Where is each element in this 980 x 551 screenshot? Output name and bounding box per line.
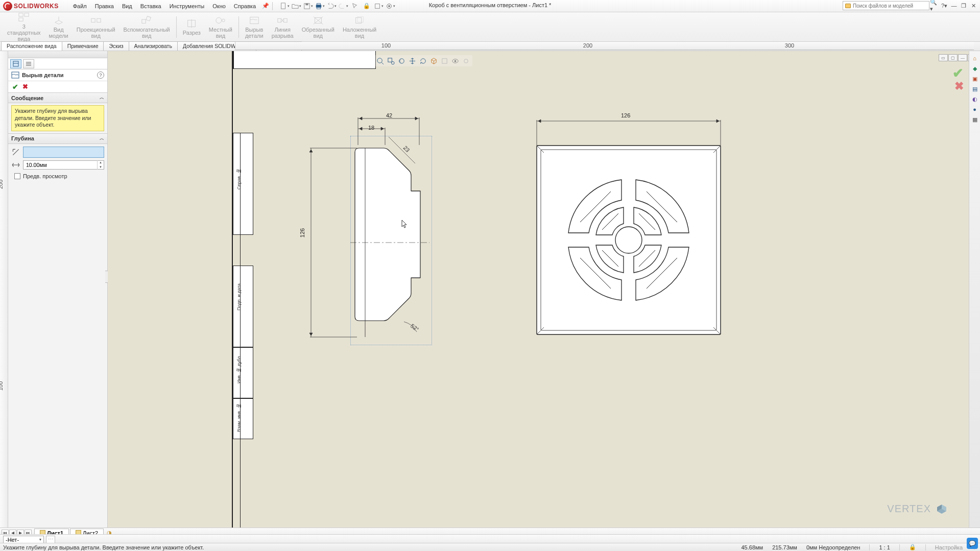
menu-view[interactable]: Вид	[118, 2, 136, 11]
tp-explorer-icon[interactable]: ▤	[971, 85, 979, 93]
rib-auxiliary[interactable]: Вспомогательныйвид	[121, 14, 173, 40]
confirm-cancel[interactable]: ✖	[954, 80, 964, 93]
front-view	[527, 110, 731, 345]
svg-rect-26	[13, 61, 18, 66]
undo-button[interactable]	[326, 1, 337, 11]
section-view-icon[interactable]	[439, 56, 449, 65]
quick-access-toolbar: 🔒	[279, 1, 396, 11]
tab-sketch[interactable]: Эскиз	[103, 41, 129, 51]
zoom-area-icon[interactable]	[386, 56, 396, 65]
preview-label: Предв. просмотр	[23, 173, 67, 179]
dim-126: 126	[621, 112, 630, 118]
search-input[interactable]	[853, 3, 927, 9]
side-view: 52° 23	[302, 107, 435, 352]
tp-home-icon[interactable]: ⌂	[971, 54, 979, 62]
ruler-horizontal[interactable]: 100 200 300	[235, 42, 974, 50]
tab-viewlayout[interactable]: Расположение вида	[1, 41, 62, 51]
gv-min[interactable]: ▭	[939, 54, 948, 61]
search-box[interactable]	[843, 1, 929, 10]
status-state: Недоопределен	[819, 544, 860, 550]
tab-evaluate[interactable]: Анализировать	[129, 41, 178, 51]
panel-grip[interactable]	[8, 51, 107, 58]
separator	[272, 2, 273, 10]
svg-point-39	[454, 60, 456, 62]
configmgr-tab[interactable]	[23, 59, 34, 68]
rib-projected[interactable]: Проекционныйвид	[74, 14, 118, 40]
close-button[interactable]: ✕	[969, 2, 978, 10]
cancel-button[interactable]: ✖	[22, 83, 28, 91]
spin-down[interactable]: ▼	[98, 165, 104, 170]
display-style-icon[interactable]	[450, 56, 460, 65]
depth-value-input[interactable]	[23, 162, 97, 168]
search-go-button[interactable]: 🔍▾	[930, 2, 939, 10]
ok-button[interactable]: ✔	[12, 83, 18, 91]
select-button[interactable]	[349, 1, 361, 11]
panel-help-button[interactable]: ?	[97, 71, 104, 79]
rib-break[interactable]: Линияразрыва	[269, 14, 297, 40]
document-title: Короб с вентиляционным отверстием - Лист…	[429, 2, 552, 8]
tab-annotation[interactable]: Примечание	[62, 41, 104, 51]
tp-resources-icon[interactable]: ◆	[971, 64, 979, 73]
3d-view-icon[interactable]	[428, 56, 439, 65]
spin-up[interactable]: ▲	[98, 160, 104, 165]
svg-point-18	[216, 17, 222, 23]
pin-icon[interactable]: 📌	[260, 1, 271, 11]
svg-point-19	[222, 19, 225, 22]
status-scale[interactable]: 1 : 1	[879, 544, 890, 550]
rib-modelview[interactable]: Видмодели	[46, 14, 71, 40]
zoom-fit-icon[interactable]	[375, 56, 385, 65]
drawing-canvas[interactable]: Справ. № Подп. и дата Инв. № дубл. Взам.…	[108, 51, 980, 532]
tp-appearance-icon[interactable]: ●	[971, 105, 979, 113]
status-lock-icon[interactable]: 🔒	[909, 544, 916, 550]
menu-edit[interactable]: Правка	[91, 2, 118, 11]
options-button[interactable]	[385, 1, 396, 11]
svg-rect-11	[19, 18, 23, 21]
menu-insert[interactable]: Вставка	[136, 2, 165, 11]
rebuild-button[interactable]: 🔒	[361, 1, 372, 11]
minimize-button[interactable]: —	[949, 2, 959, 10]
menu-window[interactable]: Окно	[208, 2, 230, 11]
tp-library-icon[interactable]: ▣	[971, 75, 979, 83]
new-doc-button[interactable]	[279, 1, 290, 11]
rib-section[interactable]: Разрез	[180, 17, 204, 37]
gv-max[interactable]: ▢	[948, 54, 958, 61]
featuremgr-tab[interactable]	[10, 59, 21, 68]
rib-crop[interactable]: Обрезанныйвид	[299, 14, 338, 40]
open-doc-button[interactable]	[291, 1, 302, 11]
save-button[interactable]	[302, 1, 314, 11]
titlebar-right: 🔍▾ ?▾ — ❐ ✕	[843, 1, 978, 10]
preview-checkbox[interactable]	[14, 173, 20, 179]
restore-button[interactable]: ❐	[959, 2, 968, 10]
command-ribbon: 3стандартныхвида Видмодели Проекционныйв…	[0, 12, 980, 42]
folder-icon	[845, 4, 851, 8]
print-button[interactable]	[314, 1, 325, 11]
ruler-vertical[interactable]: 200 100	[0, 51, 8, 532]
rib-3standard[interactable]: 3стандартныхвида	[4, 11, 44, 43]
menu-file[interactable]: Файл	[69, 2, 91, 11]
orient-button[interactable]	[373, 1, 384, 11]
tp-palette-icon[interactable]: ◐	[971, 95, 979, 103]
rib-brokenout[interactable]: Вырывдетали	[242, 14, 267, 40]
pan-icon[interactable]	[407, 56, 417, 65]
rib-alternate[interactable]: Наложенныйвид	[340, 14, 379, 40]
depth-reference-input[interactable]	[23, 147, 104, 158]
dim-18: 18	[368, 125, 374, 131]
rib-detail[interactable]: Местныйвид	[206, 14, 235, 40]
gv-restore[interactable]: —	[958, 54, 967, 61]
depth-value-field[interactable]: ▲▼	[23, 160, 104, 170]
zoom-prev-icon[interactable]	[396, 56, 407, 65]
menu-tools[interactable]: Инструменты	[165, 2, 209, 11]
help-dd-button[interactable]: ?▾	[940, 2, 949, 10]
hide-show-icon[interactable]	[461, 56, 471, 65]
status-x: 45.68мм	[741, 544, 763, 550]
chat-icon[interactable]: 💬	[967, 538, 978, 549]
rotate-icon[interactable]	[418, 56, 428, 65]
status-custom[interactable]: Настройка	[935, 544, 963, 550]
redo-button[interactable]	[338, 1, 349, 11]
section-depth-head[interactable]: Глубина︿	[8, 133, 107, 144]
menu-help[interactable]: Справка	[230, 2, 260, 11]
tp-properties-icon[interactable]: ▦	[971, 115, 979, 124]
command-tabbar: Расположение вида Примечание Эскиз Анали…	[0, 42, 980, 51]
confirm-ok[interactable]: ✔	[952, 65, 964, 81]
section-message-head[interactable]: Сообщение︿	[8, 92, 107, 103]
